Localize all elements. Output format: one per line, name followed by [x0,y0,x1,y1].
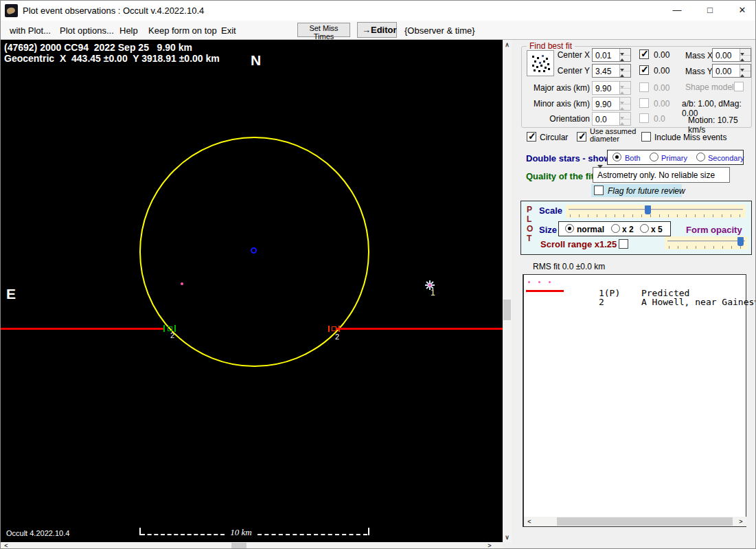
radio-primary[interactable] [650,153,658,161]
mass-y-spinner[interactable] [712,64,751,78]
menu-plot-options[interactable]: Plot options... [60,25,114,36]
center-dot [251,247,257,254]
radio-secondary[interactable] [696,153,705,161]
editor-button[interactable]: →Editor [357,22,397,38]
minor-axis-input[interactable] [593,98,619,110]
center-x-spinner[interactable] [592,48,631,62]
reappearance-tick2-icon [339,326,340,332]
menu-keep-on-top[interactable]: Keep form on top [148,25,217,36]
radio-both-label: Both [625,154,641,162]
listbox-hscroll-thumb[interactable] [557,517,733,526]
radio-size-x2-label: x 2 [622,225,634,234]
minimize-button[interactable]: — [665,1,689,20]
orientation-spinner[interactable] [592,112,631,126]
chevron-down-icon[interactable] [597,168,610,181]
reappearance-square-icon [332,326,336,331]
menu-with-plot[interactable]: with Plot... [10,25,51,36]
maximize-button[interactable]: □ [698,1,722,20]
star-marker-label: 1 [431,288,435,298]
form-opacity-slider[interactable] [665,236,748,249]
quality-dropdown[interactable]: Astrometry only. No reliable size [593,167,730,183]
scroll-down-icon[interactable]: ∨ [503,533,512,541]
scale-slider[interactable] [566,205,746,218]
form-opacity-slider-thumb[interactable] [737,237,744,246]
center-y-spinner[interactable] [592,64,631,78]
menu-exit[interactable]: Exit [221,25,236,36]
size-label: Size [539,225,557,235]
observed-symbol-icon [526,290,564,292]
scalebar-right-tick [368,528,369,535]
set-miss-times-button[interactable]: Set Miss Times [297,23,350,37]
orientation-label: Orientation [523,114,590,124]
radio-size-x2[interactable] [611,224,620,233]
use-assumed-checkbox[interactable] [577,132,586,142]
close-button[interactable]: ✕ [731,1,754,20]
orientation-resid: 0.0 [654,114,665,124]
menu-help[interactable]: Help [119,25,138,36]
flag-review-checkbox[interactable] [594,186,604,195]
observer-time-label[interactable]: {Observer & time} [404,25,475,36]
plot-title: (47692) 2000 CC94 2022 Sep 25 9.90 km [4,42,192,53]
plot-canvas[interactable]: (47692) 2000 CC94 2022 Sep 25 9.90 km Ge… [1,40,503,542]
listbox-hscrollbar[interactable]: < > [524,517,746,526]
scroll-up-icon[interactable]: ∧ [503,41,512,49]
major-axis-spinner[interactable] [592,81,631,95]
disappearance-tick-icon [163,325,165,332]
major-axis-input[interactable] [593,82,619,94]
scroll-range-label: Scroll range x1.25 [540,239,617,249]
flag-review-label: Flag for future review [608,186,685,196]
center-x-resid: 0.00 [654,50,669,60]
motion-label: Motion: 10.75 km/s [688,115,755,135]
radio-size-x5[interactable] [640,224,649,233]
orientation-input[interactable] [593,113,619,125]
scale-slider-thumb[interactable] [645,205,651,214]
chord-left-segment [1,328,165,330]
quality-label: Quality of the fit [526,171,594,181]
radio-both[interactable] [612,153,621,161]
mass-x-input[interactable] [713,49,740,61]
title-bar: Plot event observations : Occult v.4.202… [1,1,755,21]
app-window: Plot event observations : Occult v.4.202… [0,0,756,549]
observations-listbox[interactable]: 1(P)Predicted 2A Howell, near Gainesvill… [523,274,746,527]
predicted-symbol-icon [528,281,530,283]
center-y-input[interactable] [593,65,619,77]
scalebar-label: 10 km [226,527,256,538]
list-item[interactable]: 2A Howell, near Gainesville [566,287,756,317]
scroll-right-icon[interactable]: > [737,517,745,526]
hscroll-thumb[interactable] [231,543,247,549]
major-axis-checkbox[interactable] [639,82,649,92]
radio-secondary-label: Secondary [708,154,744,162]
scroll-right-icon[interactable]: > [485,542,494,549]
plot-geocentric: Geocentric X 443.45 ±0.00 Y 3918.91 ±0.0… [4,53,220,64]
center-y-checkbox[interactable] [639,65,649,75]
center-x-input[interactable] [593,49,619,61]
plot-hscrollbar[interactable]: < > [1,542,503,549]
minor-axis-resid: 0.00 [654,99,669,109]
chord-right-segment [336,328,503,330]
find-best-fit-title: Find best fit [527,41,575,51]
scroll-left-icon[interactable]: < [525,517,534,526]
radio-size-normal[interactable] [565,224,574,233]
vscroll-thumb[interactable] [503,300,511,320]
scroll-left-icon[interactable]: < [2,542,10,549]
center-x-checkbox[interactable] [639,49,649,59]
include-miss-checkbox[interactable] [641,132,651,142]
shape-model-label: Shape model [685,82,734,92]
radio-primary-label: Primary [661,154,687,162]
plot-letter-t: T [527,234,531,243]
north-label: N [251,52,261,69]
east-label: E [6,286,16,302]
predicted-point [181,282,183,285]
plot-vscrollbar[interactable]: ∧ ∨ [503,40,512,542]
minor-axis-checkbox[interactable] [639,98,649,108]
scroll-range-checkbox[interactable] [619,239,628,249]
circular-checkbox[interactable] [527,132,536,142]
minor-axis-spinner[interactable] [592,97,631,111]
mass-x-spinner[interactable] [712,48,751,62]
shape-model-checkbox[interactable] [734,82,744,91]
plot-letter-p: P [527,205,532,214]
minor-axis-label: Minor axis (km) [523,99,590,109]
orientation-checkbox[interactable] [639,113,649,123]
mass-y-input[interactable] [713,65,740,77]
use-assumed-label: Use assumed diameter [590,128,636,143]
